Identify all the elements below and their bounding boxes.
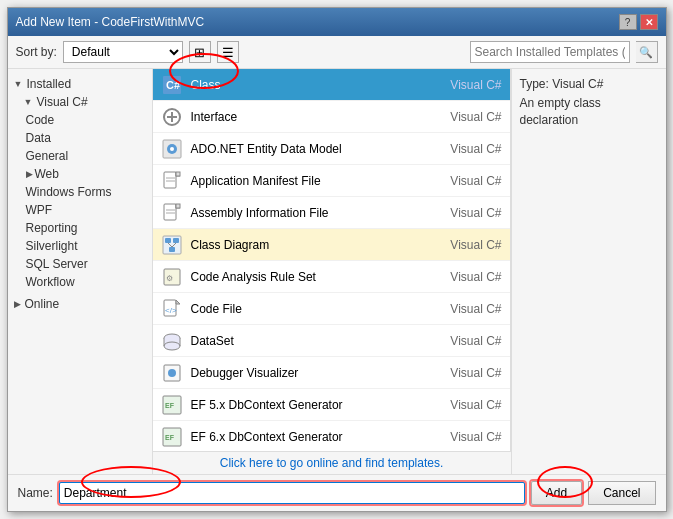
cancel-button[interactable]: Cancel — [588, 481, 655, 505]
sidebar-online-header[interactable]: ▶ Online — [8, 295, 152, 313]
item-name: ADO.NET Entity Data Model — [191, 142, 432, 156]
close-button[interactable]: ✕ — [640, 14, 658, 30]
table-row[interactable]: </> Code File Visual C# — [153, 293, 510, 325]
item-name: Assembly Information File — [191, 206, 432, 220]
ef5-icon: EF — [161, 394, 183, 416]
sidebar-item-code[interactable]: Code — [8, 111, 152, 129]
sidebar-visual-csharp[interactable]: ▼ Visual C# — [8, 93, 152, 111]
code-file-icon: </> — [161, 298, 183, 320]
sidebar-item-silverlight[interactable]: Silverlight — [8, 237, 152, 255]
item-name: EF 6.x DbContext Generator — [191, 430, 432, 444]
list-view-button[interactable]: ☰ — [217, 41, 239, 63]
toolbar: Sort by: Default ⊞ ☰ 🔍 — [8, 36, 666, 69]
search-icon[interactable]: 🔍 — [636, 41, 658, 63]
item-category: Visual C# — [432, 142, 502, 156]
svg-point-31 — [164, 342, 180, 350]
svg-rect-13 — [164, 204, 176, 220]
sidebar-section-installed: ▼ Installed ▼ Visual C# Code Data Genera… — [8, 73, 152, 293]
search-input[interactable] — [470, 41, 630, 63]
name-input[interactable] — [59, 482, 525, 504]
svg-rect-8 — [164, 172, 176, 188]
dataset-icon — [161, 330, 183, 352]
bottom-bar: Name: Add Cancel — [8, 474, 666, 511]
sidebar-item-general[interactable]: General — [8, 147, 152, 165]
table-row[interactable]: Application Manifest File Visual C# — [153, 165, 510, 197]
ef6-icon: EF — [161, 426, 183, 448]
item-category: Visual C# — [432, 334, 502, 348]
table-row[interactable]: Interface Visual C# — [153, 101, 510, 133]
item-category: Visual C# — [432, 366, 502, 380]
class-icon: C# — [161, 74, 183, 96]
info-description: An empty class declaration — [520, 95, 658, 129]
table-row[interactable]: EF EF 6.x DbContext Generator Visual C# — [153, 421, 510, 451]
item-name: DataSet — [191, 334, 432, 348]
add-new-item-dialog: Add New Item - CodeFirstWithMVC ? ✕ Sort… — [7, 7, 667, 512]
table-row[interactable]: ⚙ Code Analysis Rule Set Visual C# — [153, 261, 510, 293]
item-category: Visual C# — [432, 398, 502, 412]
online-arrow-icon: ▶ — [14, 299, 21, 309]
sidebar-online-label: Online — [25, 297, 60, 311]
sidebar-item-wpf[interactable]: WPF — [8, 201, 152, 219]
item-category: Visual C# — [432, 78, 502, 92]
item-list: C# Class Visual C# — [153, 69, 511, 451]
info-panel: Type: Visual C# An empty class declarati… — [511, 69, 666, 474]
app-manifest-icon — [161, 170, 183, 192]
sidebar-item-workflow[interactable]: Workflow — [8, 273, 152, 291]
sidebar-visual-csharp-label: Visual C# — [36, 95, 87, 109]
sidebar-installed-header[interactable]: ▼ Installed — [8, 75, 152, 93]
ado-net-icon — [161, 138, 183, 160]
item-name: Class — [191, 78, 432, 92]
svg-marker-27 — [176, 300, 180, 304]
item-category: Visual C# — [432, 238, 502, 252]
svg-text:C#: C# — [166, 79, 180, 91]
dialog-title: Add New Item - CodeFirstWithMVC — [16, 15, 205, 29]
code-analysis-icon: ⚙ — [161, 266, 183, 288]
item-category: Visual C# — [432, 430, 502, 444]
sidebar-installed-label: Installed — [26, 77, 71, 91]
item-name: Code Analysis Rule Set — [191, 270, 432, 284]
table-row[interactable]: C# Class Visual C# — [153, 69, 510, 101]
assembly-info-icon — [161, 202, 183, 224]
sidebar-item-reporting[interactable]: Reporting — [8, 219, 152, 237]
sort-select[interactable]: Default — [63, 41, 183, 63]
svg-text:</>: </> — [165, 306, 177, 315]
svg-rect-20 — [173, 238, 179, 243]
sidebar-item-web[interactable]: ▶Web — [8, 165, 152, 183]
help-button[interactable]: ? — [619, 14, 637, 30]
grid-view-button[interactable]: ⊞ — [189, 41, 211, 63]
item-name: Application Manifest File — [191, 174, 432, 188]
table-row[interactable]: Class Diagram Visual C# — [153, 229, 510, 261]
item-category: Visual C# — [432, 302, 502, 316]
item-name: Class Diagram — [191, 238, 432, 252]
item-name: Debugger Visualizer — [191, 366, 432, 380]
item-category: Visual C# — [432, 270, 502, 284]
sort-label: Sort by: — [16, 45, 57, 59]
sidebar-item-windows-forms[interactable]: Windows Forms — [8, 183, 152, 201]
table-row[interactable]: ADO.NET Entity Data Model Visual C# — [153, 133, 510, 165]
item-category: Visual C# — [432, 206, 502, 220]
title-bar: Add New Item - CodeFirstWithMVC ? ✕ — [8, 8, 666, 36]
svg-text:EF: EF — [165, 402, 175, 409]
table-row[interactable]: DataSet Visual C# — [153, 325, 510, 357]
svg-rect-19 — [165, 238, 171, 243]
content-area: C# Class Visual C# — [153, 69, 511, 474]
svg-text:EF: EF — [165, 434, 175, 441]
info-type: Type: Visual C# — [520, 77, 658, 91]
item-name: Interface — [191, 110, 432, 124]
find-templates-link[interactable]: Click here to go online and find templat… — [220, 456, 443, 470]
add-button[interactable]: Add — [531, 481, 582, 505]
table-row[interactable]: Assembly Information File Visual C# — [153, 197, 510, 229]
sidebar-item-data[interactable]: Data — [8, 129, 152, 147]
item-name: Code File — [191, 302, 432, 316]
name-label: Name: — [18, 486, 53, 500]
web-arrow-icon: ▶ — [26, 169, 33, 179]
sidebar-item-sql-server[interactable]: SQL Server — [8, 255, 152, 273]
table-row[interactable]: Debugger Visualizer Visual C# — [153, 357, 510, 389]
title-bar-buttons: ? ✕ — [619, 14, 658, 30]
table-row[interactable]: EF EF 5.x DbContext Generator Visual C# — [153, 389, 510, 421]
interface-icon — [161, 106, 183, 128]
item-category: Visual C# — [432, 110, 502, 124]
class-diagram-icon — [161, 234, 183, 256]
installed-arrow-icon: ▼ — [14, 79, 23, 89]
item-name: EF 5.x DbContext Generator — [191, 398, 432, 412]
